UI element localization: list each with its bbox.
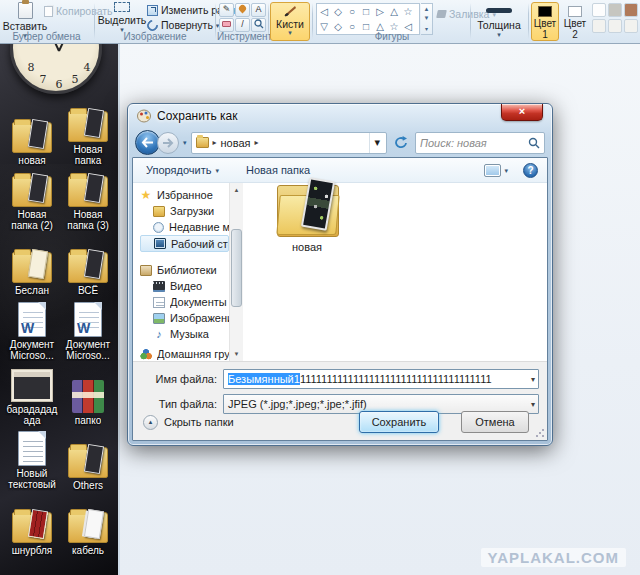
desktop-shortcut-label: новая <box>18 155 45 166</box>
recent-pages-dropdown[interactable]: ▾ <box>183 140 187 145</box>
file-list[interactable]: новая <box>243 183 547 361</box>
shape-tool[interactable]: ◁ <box>320 5 328 19</box>
desktop-shortcut[interactable]: папко <box>61 364 116 426</box>
shape-tool[interactable]: □ <box>363 5 369 19</box>
libraries-icon <box>140 265 152 276</box>
close-button[interactable]: × <box>501 104 543 121</box>
scrollbar-thumb[interactable] <box>231 229 242 307</box>
gallery-down-icon[interactable]: ▼ <box>424 15 430 21</box>
thickness-label: Толщина <box>477 19 520 31</box>
shape-tool[interactable]: ○ <box>349 5 355 19</box>
color1-button[interactable]: Цвет 1 <box>531 2 559 41</box>
forward-arrow-icon <box>162 138 174 148</box>
gallery-up-icon[interactable]: ▲ <box>424 6 430 12</box>
save-as-dialog: Сохранить как × ▾ ▸ новая ▸ ▾ Поиск: нов… <box>127 103 553 446</box>
chevron-down-icon: ▾ <box>215 168 219 173</box>
refresh-button[interactable] <box>391 132 411 154</box>
pencil-tool[interactable]: ✎ <box>219 3 234 17</box>
shape-tool[interactable]: ▷ <box>376 5 384 19</box>
desktop-shortcut[interactable]: шнурбля <box>5 494 60 556</box>
fill-tool[interactable] <box>235 3 250 17</box>
shape-tool[interactable]: △ <box>390 5 398 19</box>
forward-button[interactable] <box>157 132 179 154</box>
nav-item[interactable]: Документы <box>140 294 229 310</box>
hide-folders-button[interactable]: ▲ Скрыть папки <box>143 415 234 430</box>
paint-app-icon <box>137 109 152 123</box>
color-picker-tool[interactable]: / <box>235 18 250 32</box>
rotate-button[interactable]: Повернуть ▾ <box>147 19 219 31</box>
hide-folders-label: Скрыть папки <box>164 416 234 428</box>
chevron-down-icon[interactable]: ▾ <box>531 375 535 384</box>
new-folder-button[interactable]: Новая папка <box>242 162 314 178</box>
desktop-shortcut[interactable]: Новая папка <box>61 104 116 166</box>
desktop-shortcut[interactable]: ВСЁ <box>61 234 116 296</box>
palette-swatch[interactable] <box>592 3 606 17</box>
folder-plain-icon <box>12 252 52 283</box>
palette-swatch[interactable] <box>624 19 638 33</box>
cancel-button[interactable]: Отмена <box>461 411 529 433</box>
desktop-shortcut-label: Others <box>73 480 103 491</box>
desktop-shortcut[interactable]: Новый текстовый ... <box>5 429 60 491</box>
nav-item[interactable]: ♪Музыка <box>140 326 229 342</box>
magnifier-tool[interactable] <box>251 18 266 32</box>
brushes-button[interactable]: Кисти ▾ <box>270 2 310 41</box>
shape-tool[interactable]: ◇ <box>334 5 342 19</box>
thickness-button[interactable]: Толщина ▾ <box>476 2 522 37</box>
desktop-shortcut[interactable]: WДокумент Microso... <box>5 299 60 361</box>
thickness-group: Толщина ▾ <box>472 0 526 43</box>
nav-group-header[interactable]: Библиотеки <box>140 262 229 278</box>
nav-item[interactable]: Видео <box>140 278 229 294</box>
scroll-down-icon[interactable]: ▼ <box>230 348 243 360</box>
palette-swatch[interactable] <box>608 3 622 17</box>
palette-swatch[interactable] <box>624 3 638 17</box>
desktop-shortcut[interactable]: Беслан <box>5 234 60 296</box>
nav-group-header[interactable]: Домашняя группа <box>140 346 229 361</box>
help-button[interactable]: ? <box>523 163 538 178</box>
color2-button[interactable]: Цвет 2 <box>561 2 589 41</box>
shape-tool[interactable]: ☆ <box>404 5 413 19</box>
clock-number: 7 <box>40 73 47 86</box>
word-logo: W <box>77 320 90 336</box>
breadcrumb-folder[interactable]: новая <box>221 137 251 149</box>
nav-item[interactable]: Рабочий стол <box>140 235 229 252</box>
desktop-shortcut[interactable]: Новая папка (2) <box>5 169 60 231</box>
desktop-shortcut[interactable]: WДокумент Microso... <box>61 299 116 361</box>
desktop-shortcut[interactable]: Новая папка (3) <box>61 169 116 231</box>
dialog-titlebar[interactable]: Сохранить как <box>128 104 552 128</box>
desktop-shortcut[interactable]: Others <box>61 429 116 491</box>
file-item-folder[interactable]: новая <box>263 183 351 253</box>
nav-item[interactable]: Изображения <box>140 310 229 326</box>
chevron-down-icon: ▾ <box>504 168 508 173</box>
desktop-shortcut[interactable]: барадададада <box>5 364 60 426</box>
palette-swatch[interactable] <box>608 19 622 33</box>
desktop-shortcut[interactable]: новая <box>5 104 60 166</box>
downloads-icon <box>153 206 165 217</box>
nav-group-header[interactable]: ★Избранное <box>140 187 229 203</box>
folder-icon <box>68 176 108 207</box>
chevron-down-icon[interactable]: ▾ <box>531 400 535 409</box>
dialog-bottom-panel: Имя файла: Безымянный1111111111111111111… <box>133 361 547 440</box>
scroll-up-icon[interactable]: ▲ <box>230 184 243 196</box>
filename-selected-text: Безымянный1 <box>228 373 300 385</box>
clock-number: 8 <box>28 61 35 74</box>
organize-button[interactable]: Упорядочить ▾ <box>142 162 223 178</box>
color1-swatch <box>538 6 552 17</box>
resize-grip[interactable] <box>535 428 545 438</box>
dialog-toolbar: Упорядочить ▾ Новая папка ▾ ? <box>133 158 547 183</box>
eraser-tool[interactable] <box>219 18 234 32</box>
desktop-shortcut[interactable]: кабель <box>61 494 116 556</box>
views-button[interactable]: ▾ <box>484 164 508 177</box>
nav-scrollbar[interactable]: ▲ ▼ <box>229 183 243 361</box>
text-tool[interactable]: A <box>251 3 266 17</box>
select-button[interactable]: Выделить ▾ <box>97 2 147 32</box>
palette-swatch[interactable] <box>592 19 606 33</box>
address-dropdown[interactable]: ▾ <box>369 133 384 153</box>
music-icon: ♪ <box>153 329 165 340</box>
save-button[interactable]: Сохранить <box>359 411 439 433</box>
nav-item[interactable]: Загрузки <box>140 203 229 219</box>
desktop-shortcut-label: шнурбля <box>12 545 53 556</box>
search-input[interactable]: Поиск: новая <box>415 132 545 154</box>
nav-item[interactable]: Недавние места <box>140 219 229 235</box>
breadcrumb[interactable]: ▸ новая ▸ ▾ <box>191 132 387 154</box>
filename-input[interactable]: Безымянный111111111111111111111111111111… <box>223 369 539 389</box>
